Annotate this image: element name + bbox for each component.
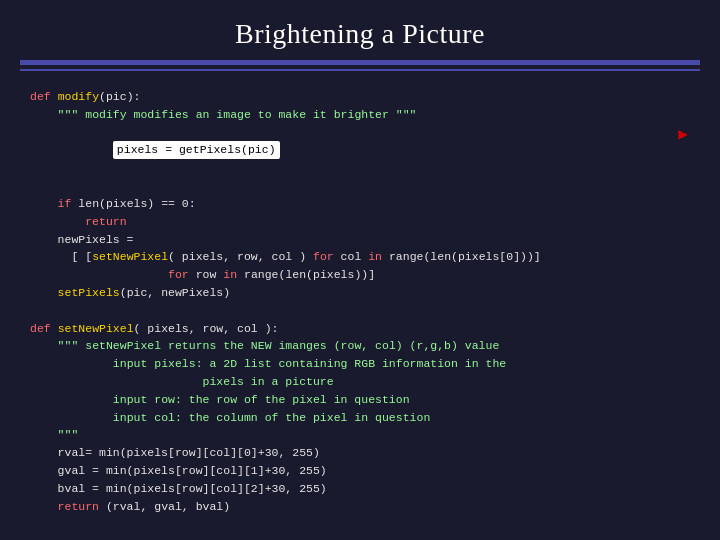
code-line-13: pixels in a picture xyxy=(30,373,690,391)
slide-title: Brightening a Picture xyxy=(0,18,720,50)
code-line-1: def modify(pic): xyxy=(30,88,690,106)
code-line-6: newPixels = xyxy=(30,231,690,249)
code-line-8: for row in range(len(pixels))] xyxy=(30,266,690,284)
code-line-blank xyxy=(30,302,690,320)
code-area: def modify(pic): """ modify modifies an … xyxy=(20,83,700,521)
code-line-15: input col: the column of the pixel in qu… xyxy=(30,409,690,427)
code-line-4: if len(pixels) == 0: xyxy=(30,195,690,213)
highlighted-statement: pixels = getPixels(pic) xyxy=(113,141,280,159)
code-line-14: input row: the row of the pixel in quest… xyxy=(30,391,690,409)
code-line-10: def setNewPixel( pixels, row, col ): xyxy=(30,320,690,338)
code-line-20: return (rval, gval, bval) xyxy=(30,498,690,516)
code-line-9: setPixels(pic, newPixels) xyxy=(30,284,690,302)
code-line-12: input pixels: a 2D list containing RGB i… xyxy=(30,355,690,373)
code-line-19: bval = min(pixels[row][col][2]+30, 255) xyxy=(30,480,690,498)
code-line-17: rval= min(pixels[row][col][0]+30, 255) xyxy=(30,444,690,462)
divider-bottom xyxy=(20,69,700,71)
code-block-1: def modify(pic): """ modify modifies an … xyxy=(30,88,690,516)
code-line-18: gval = min(pixels[row][col][1]+30, 255) xyxy=(30,462,690,480)
title-bar: Brightening a Picture xyxy=(0,0,720,60)
code-line-2: """ modify modifies an image to make it … xyxy=(30,106,690,124)
code-line-16: """ xyxy=(30,426,690,444)
slide: Brightening a Picture def modify(pic): "… xyxy=(0,0,720,540)
code-line-3: pixels = getPixels(pic) ▶ xyxy=(30,124,690,195)
code-line-5: return xyxy=(30,213,690,231)
divider-top xyxy=(20,60,700,65)
code-line-7: [ [setNewPixel( pixels, row, col ) for c… xyxy=(30,248,690,266)
code-line-11: """ setNewPixel returns the NEW imanges … xyxy=(30,337,690,355)
